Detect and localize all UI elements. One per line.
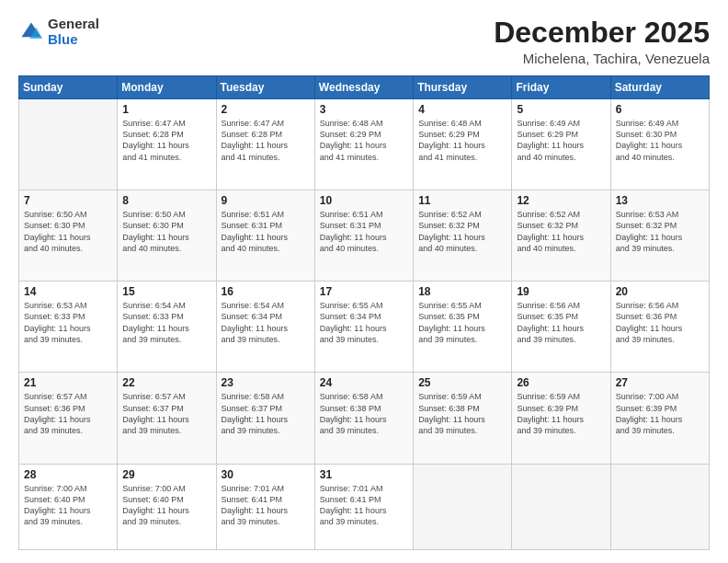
day-number: 28: [24, 468, 112, 481]
col-saturday: Saturday: [610, 76, 709, 99]
day-number: 2: [222, 103, 310, 116]
day-info: Sunrise: 6:54 AM Sunset: 6:33 PM Dayligh…: [122, 300, 210, 345]
table-row: [19, 99, 118, 190]
table-row: 12Sunrise: 6:52 AM Sunset: 6:32 PM Dayli…: [512, 190, 610, 282]
day-info: Sunrise: 7:01 AM Sunset: 6:41 PM Dayligh…: [320, 483, 408, 528]
table-row: 18Sunrise: 6:55 AM Sunset: 6:35 PM Dayli…: [414, 282, 512, 373]
subtitle: Michelena, Tachira, Venezuela: [494, 51, 710, 66]
day-number: 4: [418, 103, 506, 116]
main-title: December 2025: [494, 17, 710, 49]
col-sunday: Sunday: [19, 76, 118, 99]
day-number: 14: [24, 285, 112, 298]
col-monday: Monday: [118, 76, 216, 99]
day-info: Sunrise: 6:52 AM Sunset: 6:32 PM Dayligh…: [517, 209, 605, 254]
table-row: 31Sunrise: 7:01 AM Sunset: 6:41 PM Dayli…: [314, 464, 413, 550]
table-row: 26Sunrise: 6:59 AM Sunset: 6:39 PM Dayli…: [512, 373, 610, 464]
day-number: 19: [517, 285, 605, 298]
table-row: 9Sunrise: 6:51 AM Sunset: 6:31 PM Daylig…: [216, 190, 314, 282]
day-number: 9: [222, 194, 310, 207]
col-friday: Friday: [512, 76, 610, 99]
table-row: 5Sunrise: 6:49 AM Sunset: 6:29 PM Daylig…: [512, 99, 610, 190]
day-number: 3: [320, 103, 408, 116]
day-info: Sunrise: 6:47 AM Sunset: 6:28 PM Dayligh…: [222, 118, 310, 163]
table-row: 22Sunrise: 6:57 AM Sunset: 6:37 PM Dayli…: [118, 373, 216, 464]
day-number: 22: [122, 376, 210, 389]
table-row: 7Sunrise: 6:50 AM Sunset: 6:30 PM Daylig…: [19, 190, 118, 282]
page: General Blue December 2025 Michelena, Ta…: [0, 0, 728, 563]
day-number: 11: [418, 194, 506, 207]
day-number: 20: [616, 285, 704, 298]
logo-text: General Blue: [48, 17, 99, 47]
calendar-header-row: Sunday Monday Tuesday Wednesday Thursday…: [19, 76, 710, 99]
table-row: [610, 464, 709, 550]
day-info: Sunrise: 6:47 AM Sunset: 6:28 PM Dayligh…: [122, 118, 210, 163]
table-row: 25Sunrise: 6:59 AM Sunset: 6:38 PM Dayli…: [414, 373, 512, 464]
day-number: 8: [122, 194, 210, 207]
table-row: 27Sunrise: 7:00 AM Sunset: 6:39 PM Dayli…: [610, 373, 709, 464]
table-row: 4Sunrise: 6:48 AM Sunset: 6:29 PM Daylig…: [414, 99, 512, 190]
day-number: 12: [517, 194, 605, 207]
day-number: 25: [418, 376, 506, 389]
day-number: 1: [122, 103, 210, 116]
calendar-table: Sunday Monday Tuesday Wednesday Thursday…: [18, 75, 710, 550]
col-tuesday: Tuesday: [216, 76, 314, 99]
day-info: Sunrise: 6:56 AM Sunset: 6:36 PM Dayligh…: [616, 300, 704, 345]
day-info: Sunrise: 6:53 AM Sunset: 6:32 PM Dayligh…: [616, 209, 704, 254]
day-info: Sunrise: 6:55 AM Sunset: 6:35 PM Dayligh…: [418, 300, 506, 345]
table-row: [414, 464, 512, 550]
table-row: 1Sunrise: 6:47 AM Sunset: 6:28 PM Daylig…: [118, 99, 216, 190]
day-number: 16: [222, 285, 310, 298]
logo-general: General: [48, 17, 99, 32]
day-number: 31: [320, 468, 408, 481]
table-row: 2Sunrise: 6:47 AM Sunset: 6:28 PM Daylig…: [216, 99, 314, 190]
day-info: Sunrise: 6:58 AM Sunset: 6:37 PM Dayligh…: [222, 391, 310, 436]
day-info: Sunrise: 7:00 AM Sunset: 6:40 PM Dayligh…: [122, 483, 210, 528]
table-row: 28Sunrise: 7:00 AM Sunset: 6:40 PM Dayli…: [19, 464, 118, 550]
day-info: Sunrise: 6:53 AM Sunset: 6:33 PM Dayligh…: [24, 300, 112, 345]
table-row: 17Sunrise: 6:55 AM Sunset: 6:34 PM Dayli…: [314, 282, 413, 373]
day-info: Sunrise: 6:50 AM Sunset: 6:30 PM Dayligh…: [24, 209, 112, 254]
header: General Blue December 2025 Michelena, Ta…: [18, 17, 710, 66]
day-number: 13: [616, 194, 704, 207]
day-info: Sunrise: 6:50 AM Sunset: 6:30 PM Dayligh…: [122, 209, 210, 254]
day-info: Sunrise: 7:01 AM Sunset: 6:41 PM Dayligh…: [222, 483, 310, 528]
day-number: 7: [24, 194, 112, 207]
table-row: 14Sunrise: 6:53 AM Sunset: 6:33 PM Dayli…: [19, 282, 118, 373]
title-block: December 2025 Michelena, Tachira, Venezu…: [494, 17, 710, 66]
day-info: Sunrise: 6:48 AM Sunset: 6:29 PM Dayligh…: [418, 118, 506, 163]
col-thursday: Thursday: [414, 76, 512, 99]
table-row: [512, 464, 610, 550]
day-info: Sunrise: 6:49 AM Sunset: 6:29 PM Dayligh…: [517, 118, 605, 163]
day-number: 27: [616, 376, 704, 389]
day-number: 29: [122, 468, 210, 481]
table-row: 24Sunrise: 6:58 AM Sunset: 6:38 PM Dayli…: [314, 373, 413, 464]
day-number: 10: [320, 194, 408, 207]
day-info: Sunrise: 6:59 AM Sunset: 6:39 PM Dayligh…: [517, 391, 605, 436]
table-row: 16Sunrise: 6:54 AM Sunset: 6:34 PM Dayli…: [216, 282, 314, 373]
table-row: 8Sunrise: 6:50 AM Sunset: 6:30 PM Daylig…: [118, 190, 216, 282]
table-row: 15Sunrise: 6:54 AM Sunset: 6:33 PM Dayli…: [118, 282, 216, 373]
day-info: Sunrise: 6:51 AM Sunset: 6:31 PM Dayligh…: [222, 209, 310, 254]
day-info: Sunrise: 6:55 AM Sunset: 6:34 PM Dayligh…: [320, 300, 408, 345]
table-row: 21Sunrise: 6:57 AM Sunset: 6:36 PM Dayli…: [19, 373, 118, 464]
day-info: Sunrise: 6:54 AM Sunset: 6:34 PM Dayligh…: [222, 300, 310, 345]
day-info: Sunrise: 6:59 AM Sunset: 6:38 PM Dayligh…: [418, 391, 506, 436]
day-number: 17: [320, 285, 408, 298]
day-info: Sunrise: 6:57 AM Sunset: 6:36 PM Dayligh…: [24, 391, 112, 436]
logo-blue: Blue: [48, 32, 99, 48]
table-row: 13Sunrise: 6:53 AM Sunset: 6:32 PM Dayli…: [610, 190, 709, 282]
day-number: 5: [517, 103, 605, 116]
day-info: Sunrise: 7:00 AM Sunset: 6:40 PM Dayligh…: [24, 483, 112, 528]
day-number: 18: [418, 285, 506, 298]
day-number: 6: [616, 103, 704, 116]
day-info: Sunrise: 6:51 AM Sunset: 6:31 PM Dayligh…: [320, 209, 408, 254]
day-number: 23: [222, 376, 310, 389]
table-row: 11Sunrise: 6:52 AM Sunset: 6:32 PM Dayli…: [414, 190, 512, 282]
day-info: Sunrise: 6:52 AM Sunset: 6:32 PM Dayligh…: [418, 209, 506, 254]
table-row: 6Sunrise: 6:49 AM Sunset: 6:30 PM Daylig…: [610, 99, 709, 190]
table-row: 10Sunrise: 6:51 AM Sunset: 6:31 PM Dayli…: [314, 190, 413, 282]
day-number: 15: [122, 285, 210, 298]
logo-icon: [18, 19, 44, 45]
table-row: 23Sunrise: 6:58 AM Sunset: 6:37 PM Dayli…: [216, 373, 314, 464]
day-info: Sunrise: 7:00 AM Sunset: 6:39 PM Dayligh…: [616, 391, 704, 436]
